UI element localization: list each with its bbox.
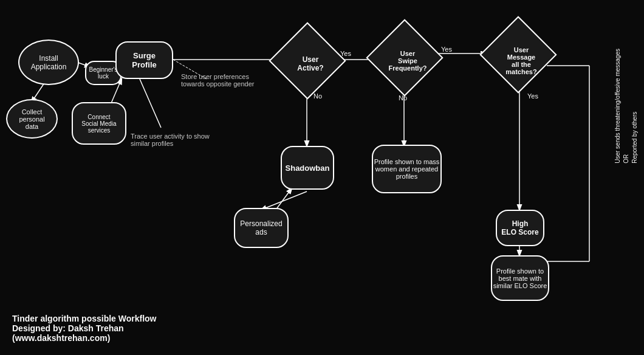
- user-message-diamond-wrapper: User Message all the matches?: [488, 24, 549, 97]
- connect-social-node: Connect Social Media services: [72, 102, 126, 145]
- surge-profile-node: Surge Profile: [115, 41, 173, 79]
- no1-label: No: [313, 92, 322, 100]
- high-elo-node: High ELO Score: [496, 210, 544, 246]
- trace-activity-label: Trace user activity to show similar prof…: [131, 133, 240, 147]
- install-application-node: Install Application: [18, 40, 79, 85]
- yes1-label: Yes: [340, 50, 351, 57]
- diagram: Install Application Collect personal dat…: [0, 0, 644, 355]
- designer-name: Designed by: Daksh Trehan: [12, 323, 157, 333]
- profile-best-node: Profile shown to best mate with similar …: [491, 255, 549, 301]
- side-text: User sends threatening/offesive messages…: [614, 49, 639, 164]
- svg-line-5: [140, 79, 161, 128]
- no2-label: No: [399, 94, 407, 102]
- footer: Tinder algorithm possible Workflow Desig…: [12, 314, 157, 343]
- store-prefs-label: Store user preferences towards opposite …: [181, 73, 254, 88]
- website-url: (www.dakshtrehan.com): [12, 333, 157, 343]
- user-active-diamond-wrapper: User Active?: [277, 30, 338, 91]
- svg-line-10: [261, 191, 307, 210]
- workflow-title: Tinder algorithm possible Workflow: [12, 314, 157, 323]
- collect-data-node: Collect personal data: [6, 99, 58, 139]
- shadowban-node: Shadowban: [281, 146, 334, 190]
- personalized-ads-node: Personalized ads: [234, 208, 289, 248]
- profile-mass-node: Profile shown to mass women and repeated…: [372, 145, 442, 193]
- user-swipe-diamond-wrapper: User Swipe Frequently?: [374, 27, 435, 94]
- yes3-label: Yes: [527, 92, 538, 100]
- yes2-label: Yes: [441, 46, 452, 53]
